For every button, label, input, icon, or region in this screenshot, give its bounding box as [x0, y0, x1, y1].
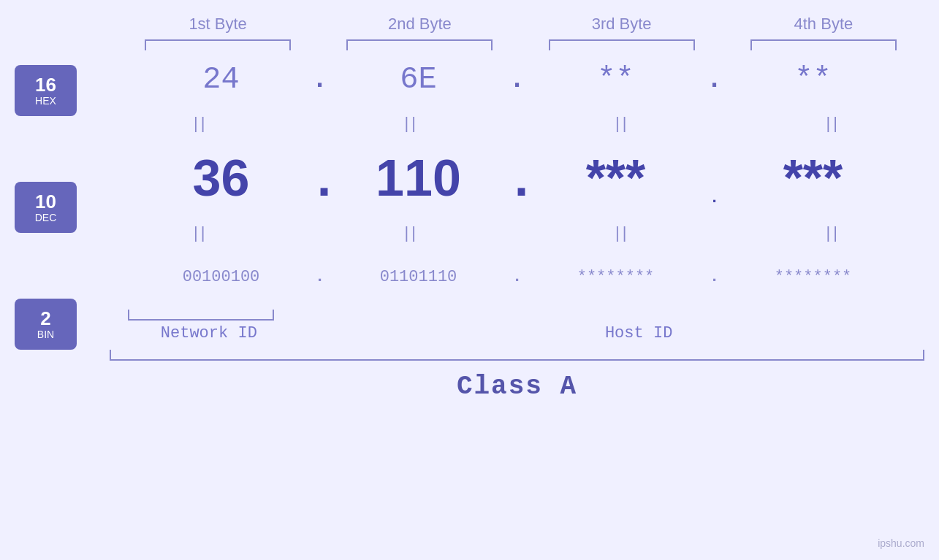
- hex-dot3: .: [704, 65, 726, 95]
- bin-dot2: .: [506, 268, 528, 286]
- sep2-byte1: ||: [113, 223, 289, 242]
- sep1-byte4: ||: [745, 114, 921, 133]
- top-brackets: [0, 39, 939, 50]
- bin-byte3: ********: [577, 268, 655, 286]
- network-id-label: Network ID: [161, 324, 257, 342]
- byte3-label: 3rd Byte: [534, 15, 710, 34]
- sep-row-2: || || || ||: [110, 218, 924, 248]
- bin-name: BIN: [37, 329, 54, 340]
- class-row: Class A: [110, 372, 924, 402]
- hex-byte4: **: [794, 62, 831, 97]
- byte-headers: 1st Byte 2nd Byte 3rd Byte 4th Byte: [0, 0, 939, 34]
- hex-dot1: .: [309, 65, 331, 95]
- hex-number: 16: [35, 74, 56, 96]
- hex-badge: 16 HEX: [15, 65, 77, 116]
- dec-row: 36 . 110 . *** . ***: [110, 138, 924, 218]
- byte1-label: 1st Byte: [130, 15, 305, 34]
- sep1-byte3: ||: [535, 114, 710, 133]
- full-bracket: [110, 350, 924, 361]
- base-labels: 16 HEX 10 DEC 2 BIN: [15, 50, 110, 437]
- hex-byte2: 6E: [400, 62, 436, 97]
- sep1-byte1: ||: [113, 114, 289, 133]
- bin-byte1: 00100100: [183, 268, 260, 286]
- sep2-byte2: ||: [324, 223, 499, 242]
- values-column: 24 . 6E . ** . ** || || || || 36: [110, 50, 924, 402]
- main-content: 16 HEX 10 DEC 2 BIN 24 . 6E . ** . **: [0, 50, 939, 560]
- hex-byte3: **: [597, 62, 634, 97]
- main-container: 1st Byte 2nd Byte 3rd Byte 4th Byte 16 H…: [0, 0, 939, 560]
- byte4-label: 4th Byte: [736, 15, 911, 34]
- sep1-byte2: ||: [324, 114, 499, 133]
- host-id-label: Host ID: [605, 324, 672, 342]
- watermark: ipshu.com: [878, 537, 924, 549]
- id-labels: Network ID Host ID: [110, 324, 924, 342]
- hex-dot2: .: [506, 65, 528, 95]
- bin-byte2: 01101110: [380, 268, 457, 286]
- sep2-byte4: ||: [745, 223, 921, 242]
- dec-byte1: 36: [193, 149, 250, 207]
- dec-byte2: 110: [376, 149, 461, 207]
- bin-row: 00100100 . 01101110 . ******** . *******…: [110, 248, 924, 306]
- dec-number: 10: [35, 191, 56, 212]
- bin-number: 2: [40, 308, 50, 329]
- bin-dot1: .: [309, 268, 331, 286]
- sep2-byte3: ||: [535, 223, 710, 242]
- sep-row-1: || || || ||: [110, 109, 924, 138]
- dec-dot2: .: [506, 153, 528, 218]
- hex-name: HEX: [35, 95, 56, 107]
- hex-row: 24 . 6E . ** . **: [110, 50, 924, 109]
- bin-byte4: ********: [775, 268, 852, 286]
- bin-dot3: .: [704, 268, 726, 286]
- dec-dot1: .: [309, 153, 331, 218]
- dec-name: DEC: [35, 212, 57, 223]
- hex-byte1: 24: [202, 62, 239, 97]
- bin-badge: 2 BIN: [15, 299, 77, 350]
- dec-byte3: ***: [586, 149, 646, 207]
- dec-byte4: ***: [783, 149, 843, 207]
- dec-badge: 10 DEC: [15, 182, 77, 233]
- bottom-brackets: [110, 310, 924, 321]
- byte2-label: 2nd Byte: [332, 15, 507, 34]
- class-label: Class A: [457, 372, 577, 402]
- dec-dot3: .: [704, 189, 726, 218]
